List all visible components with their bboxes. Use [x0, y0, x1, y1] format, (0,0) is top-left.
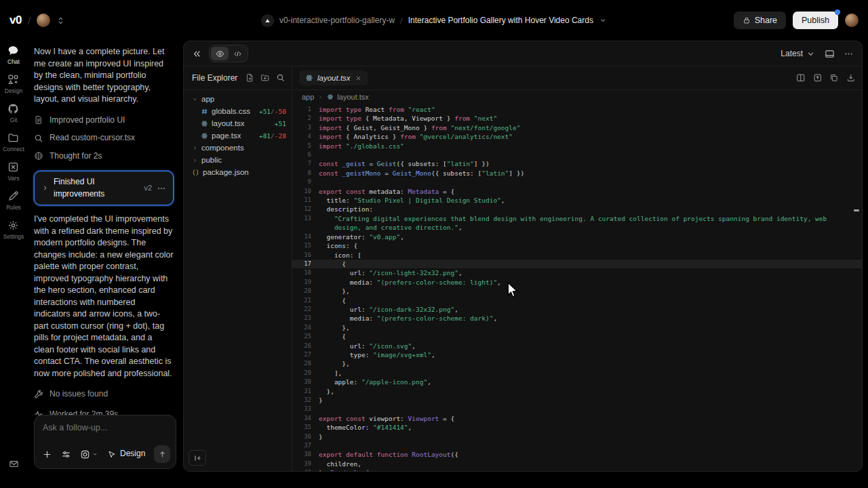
code-text: const _geistMono = Geist_Mono({ subsets:… [319, 169, 524, 178]
feedback-mail-button[interactable] [0, 459, 27, 469]
code-text: import type React from "react" [319, 105, 435, 114]
code-line: 15 icons: { [292, 241, 862, 250]
code-text: description: [319, 205, 373, 214]
view-toggle [209, 45, 248, 62]
chevron-down-icon[interactable] [599, 16, 607, 24]
panel-menu-button[interactable] [844, 49, 854, 59]
chat-title[interactable]: Interactive Portfolio Gallery with Hover… [408, 16, 593, 25]
scrollbar-thumb[interactable] [854, 209, 859, 211]
copy-button[interactable] [829, 73, 839, 83]
code-text: media: "(prefers-color-scheme: dark)", [319, 314, 497, 323]
new-folder-button[interactable] [260, 73, 270, 83]
breadcrumb-file[interactable]: layout.tsx [337, 93, 368, 101]
split-button[interactable] [796, 73, 806, 83]
search-icon [34, 134, 43, 143]
line-number: 2 [292, 114, 319, 123]
arrow-up-icon [158, 450, 167, 459]
project-name[interactable]: v0-interactive-portfolio-gallery-w [279, 16, 395, 25]
v0-logo[interactable]: v0 [9, 14, 22, 27]
version-card-menu-button[interactable] [157, 184, 166, 193]
sidebar-item-chat[interactable]: Chat [7, 45, 20, 65]
line-number: 20 [292, 287, 319, 296]
tree-folder-public[interactable]: public [184, 154, 292, 166]
tool-call-row[interactable]: Improved portfolio UI [34, 115, 174, 127]
line-number: 23 [292, 314, 319, 323]
chat-bubble-icon [7, 45, 19, 56]
file-explorer-title: File Explorer [192, 73, 237, 83]
breadcrumb-folder[interactable]: app [302, 93, 314, 101]
tree-file-package.json[interactable]: package.json [184, 166, 292, 178]
code-line: 18 url: "/icon-light-32x32.png", [292, 268, 862, 277]
new-file-button[interactable] [245, 73, 255, 83]
collapse-sidebar-button[interactable] [189, 450, 206, 466]
vercel-triangle-icon [264, 18, 271, 24]
media-picker-button[interactable] [80, 449, 98, 460]
chevron-right-icon [192, 145, 198, 151]
gear-icon [7, 220, 19, 231]
code-column: app layout.tsx 1import type React from "… [292, 90, 862, 471]
code-text: }, [319, 287, 350, 296]
close-icon[interactable] [355, 75, 362, 82]
line-number: 40 [292, 468, 319, 471]
tree-folder-app[interactable]: app [184, 93, 292, 105]
design-shapes-icon [7, 74, 19, 85]
send-button[interactable] [154, 445, 170, 463]
sidebar-item-settings[interactable]: Settings [3, 220, 24, 240]
editor-panel: Latest File Explorer layout.tsx appgloba… [183, 41, 863, 472]
diff-stats: +51 [275, 120, 286, 127]
code-line: 29 ], [292, 369, 862, 378]
line-number: 30 [292, 378, 319, 386]
download-button[interactable] [846, 73, 856, 83]
tool-call-row[interactable]: Thought for 2s [34, 150, 174, 163]
design-mode-button[interactable]: Design [107, 448, 145, 460]
media-box-icon [80, 449, 90, 460]
follow-up-input[interactable] [41, 422, 172, 433]
caret-right-icon [41, 184, 49, 192]
browser-window-button[interactable] [825, 49, 835, 59]
editor-header: Latest [184, 41, 862, 66]
code-line: 24 }, [292, 323, 862, 332]
chat-input-box[interactable]: Design [34, 415, 176, 469]
tree-file-globals.css[interactable]: globals.css+51/-50 [184, 105, 292, 117]
code-editor[interactable]: 1import type React from "react"2import t… [292, 104, 862, 471]
project-badge[interactable] [261, 14, 274, 27]
line-number: 4 [292, 132, 319, 141]
version-card[interactable]: Finished UI improvements v2 [34, 171, 174, 205]
sidebar-item-git[interactable]: Git [7, 103, 19, 123]
sidebar-item-label: Rules [6, 204, 21, 211]
tree-file-page.tsx[interactable]: page.tsx+81/-28 [184, 129, 292, 142]
tab-layout-tsx[interactable]: layout.tsx [299, 70, 368, 85]
collapse-panel-button[interactable] [192, 49, 202, 59]
share-button[interactable]: Share [734, 12, 786, 29]
sidebar-item-design[interactable]: Design [5, 74, 22, 94]
user-avatar[interactable] [845, 14, 859, 27]
file-up-button[interactable] [813, 73, 823, 83]
sidebar-item-rules[interactable]: Rules [6, 190, 21, 211]
team-avatar[interactable] [37, 14, 50, 27]
preview-toggle-button[interactable] [211, 47, 229, 60]
team-switcher-icon[interactable] [56, 16, 65, 25]
sidebar-item-connect[interactable]: Connect [3, 132, 24, 152]
code-text: { [319, 296, 346, 305]
tree-file-layout.tsx[interactable]: layout.tsx+51 [184, 117, 292, 129]
code-text: design, and creative direction.", [319, 223, 462, 232]
tool-call-row[interactable]: Read custom-cursor.tsx [34, 132, 174, 144]
tree-folder-components[interactable]: components [184, 142, 292, 154]
code-line: 26 url: "/icon.svg", [292, 342, 862, 350]
line-number: 8 [292, 169, 319, 178]
publish-button[interactable]: Publish [793, 12, 838, 29]
settings-sliders-button[interactable] [61, 449, 71, 460]
sidebar-item-vars[interactable]: Vars [7, 161, 19, 182]
code-icon [233, 49, 242, 58]
search-button[interactable] [276, 73, 285, 83]
line-number: 18 [292, 268, 319, 277]
version-dropdown[interactable]: Latest [781, 49, 816, 59]
line-number: 16 [292, 251, 319, 260]
line-number: 26 [292, 342, 319, 350]
tool-call-label: Thought for 2s [50, 150, 102, 163]
attach-plus-button[interactable] [42, 449, 52, 460]
code-text: import "./globals.css" [319, 142, 404, 150]
tab-label: layout.tsx [317, 74, 351, 82]
code-toggle-button[interactable] [229, 47, 246, 60]
line-number: 10 [292, 187, 319, 196]
